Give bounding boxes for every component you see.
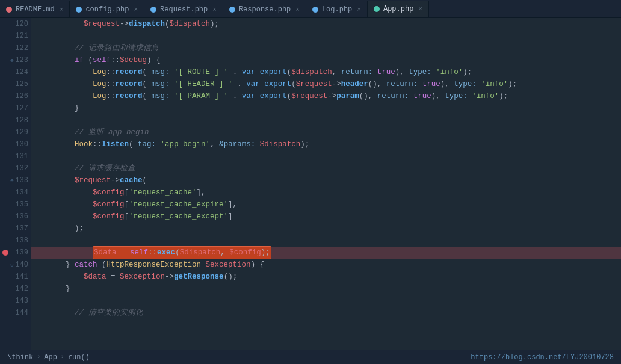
gutter-row-121: 121	[0, 30, 31, 42]
tab-app[interactable]: App.php ×	[368, 1, 429, 17]
gutter-row-139: 139	[0, 247, 31, 259]
editor: 120 121 122 ⊖ 123 124 125	[0, 18, 621, 350]
line-number: 125	[11, 80, 28, 88]
status-bar: \think › App › run() https://blog.csdn.n…	[0, 350, 621, 364]
code-line-123: if (self::$debug) {	[31, 54, 621, 66]
tab-label-app: App.php	[383, 5, 413, 13]
line-number: 135	[11, 200, 28, 209]
gutter-row-131: 131	[0, 150, 31, 162]
close-app[interactable]: ×	[418, 5, 422, 13]
fold-icon-123[interactable]: ⊖	[9, 57, 15, 63]
gutter-row-138: 138	[0, 235, 31, 247]
gutter-row-140: ⊖ 140	[0, 259, 31, 271]
line-number: 128	[11, 116, 28, 125]
line-number: 141	[11, 273, 28, 281]
tab-icon-request	[150, 7, 156, 13]
code-line-124: Log::record( msg: '[ ROUTE ] ' . var_exp…	[31, 66, 621, 78]
close-readme[interactable]: ×	[60, 6, 64, 13]
breadcrumb: \think › App › run()	[7, 353, 90, 362]
code-line-140: } catch (HttpResponseException $exceptio…	[31, 259, 621, 271]
gutter-row-136: 136	[0, 211, 31, 223]
code-line-120: $request->dispatch($dispatch);	[31, 18, 621, 30]
fold-icon-140[interactable]: ⊖	[9, 262, 15, 268]
code-line-129: // 监听 app_begin	[31, 126, 621, 138]
code-line-132: // 请求缓存检查	[31, 162, 621, 174]
code-line-131	[31, 150, 621, 162]
gutter-row-120: 120	[0, 18, 31, 30]
code-line-137: );	[31, 223, 621, 235]
line-number: 139	[11, 248, 28, 257]
close-response[interactable]: ×	[295, 6, 300, 13]
line-number-gutter: 120 121 122 ⊖ 123 124 125	[0, 18, 31, 350]
line-number: 142	[11, 285, 28, 293]
close-log[interactable]: ×	[357, 6, 361, 13]
breadcrumb-part-1: \think	[7, 353, 33, 362]
code-line-134: $config['request_cache'],	[31, 187, 621, 199]
gutter-row-123: ⊖ 123	[0, 54, 31, 66]
code-line-126: Log::record( msg: '[ PARAM ] ' . var_exp…	[31, 90, 621, 102]
tab-log[interactable]: Log.php ×	[306, 1, 368, 17]
line-number: 134	[11, 188, 28, 197]
tab-icon-config	[76, 7, 82, 13]
gutter-row-135: 135	[0, 199, 31, 211]
line-number: 137	[11, 224, 28, 233]
code-line-133: $request->cache(	[31, 174, 621, 187]
line-number: 129	[11, 128, 28, 137]
code-line-127: }	[31, 102, 621, 114]
fold-icon-133[interactable]: ⊖	[9, 177, 15, 184]
line-number: 126	[11, 92, 28, 100]
code-line-121	[31, 30, 621, 42]
status-url: https://blog.csdn.net/LYJ20010728	[471, 353, 614, 362]
gutter-row-126: 126	[0, 90, 31, 102]
code-area: 120 121 122 ⊖ 123 124 125	[0, 18, 621, 350]
tab-response[interactable]: Response.php ×	[223, 1, 306, 17]
gutter-row-141: 141	[0, 271, 31, 283]
code-line-122: // 记录路由和请求信息	[31, 42, 621, 54]
line-number: 120	[11, 20, 28, 28]
gutter-row-124: 124	[0, 66, 31, 78]
tab-bar: README.md × config.php × Request.php × R…	[0, 0, 621, 18]
tab-icon-log	[312, 7, 318, 13]
tab-config[interactable]: config.php ×	[70, 1, 144, 17]
line-number: 121	[11, 32, 28, 40]
gutter-row-129: 129	[0, 126, 31, 138]
gutter-row-128: 128	[0, 114, 31, 126]
code-line-144: // 清空类的实例化	[31, 307, 621, 319]
tab-readme[interactable]: README.md ×	[0, 1, 70, 17]
tab-label-config: config.php	[85, 5, 129, 14]
line-number: 136	[11, 212, 28, 221]
code-line-128	[31, 114, 621, 126]
breakpoint-dot-139[interactable]	[2, 250, 8, 256]
gutter-row-137: 137	[0, 223, 31, 235]
tab-icon-readme	[6, 7, 12, 13]
gutter-row-125: 125	[0, 78, 31, 90]
line-number: 132	[11, 164, 28, 173]
gutter-row-122: 122	[0, 42, 31, 54]
tab-label-request: Request.php	[160, 5, 208, 14]
tab-icon-response	[229, 7, 235, 13]
gutter-row-134: 134	[0, 187, 31, 199]
code-content: $request->dispatch($dispatch); // 记录路由和请…	[31, 18, 621, 350]
close-request[interactable]: ×	[212, 6, 217, 13]
tab-label-response: Response.php	[239, 5, 291, 14]
gutter-row-143: 143	[0, 295, 31, 307]
line-number: 138	[11, 236, 28, 245]
breadcrumb-part-2: App	[44, 353, 57, 362]
line-number: 144	[11, 309, 28, 317]
gutter-row-130: 130	[0, 138, 31, 150]
line-number: 143	[11, 297, 28, 305]
close-config[interactable]: ×	[134, 6, 138, 13]
code-line-139: $data = self::exec($dispatch, $config);	[31, 247, 621, 259]
code-line-136: $config['request_cache_except']	[31, 211, 621, 223]
code-line-141: $data = $exception->getResponse();	[31, 271, 621, 283]
breadcrumb-sep-2: ›	[61, 354, 64, 360]
line-number: 131	[11, 152, 28, 161]
tab-label-readme: README.md	[16, 5, 55, 14]
tab-request[interactable]: Request.php ×	[144, 1, 223, 17]
gutter-row-127: 127	[0, 102, 31, 114]
line-number: 124	[11, 68, 28, 76]
tab-label-log: Log.php	[322, 5, 352, 14]
gutter-row-144: 144	[0, 307, 31, 319]
code-line-138	[31, 235, 621, 247]
code-line-130: Hook::listen( tag: 'app_begin', &params:…	[31, 138, 621, 150]
